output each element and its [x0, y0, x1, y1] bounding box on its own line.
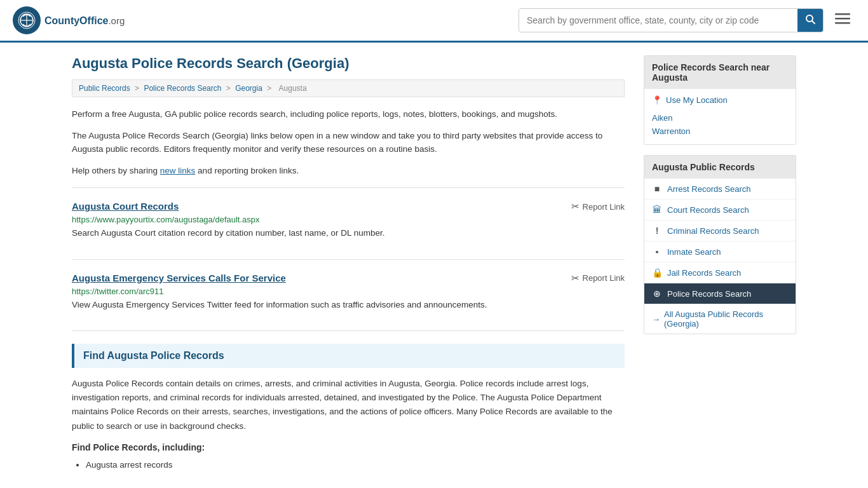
court-records-icon: 🏛 [652, 205, 662, 215]
main-container: Augusta Police Records Search (Georgia) … [53, 43, 815, 485]
record-entry-1: Augusta Emergency Services Calls For Ser… [72, 273, 625, 318]
criminal-records-icon: ! [652, 226, 662, 236]
sidebar-item-inmate-search[interactable]: ▪ Inmate Search [644, 241, 796, 262]
search-bar [519, 8, 824, 32]
report-link-icon-1: ✂ [571, 273, 580, 284]
sidebar-item-arrest-records[interactable]: ■ Arrest Records Search [644, 179, 796, 200]
breadcrumb-public-records[interactable]: Public Records [79, 84, 130, 93]
arrest-records-icon: ■ [652, 184, 662, 194]
report-link-button-0[interactable]: ✂ Report Link [571, 201, 625, 212]
location-pin-icon: 📍 [652, 95, 662, 105]
record-url-1: https://twitter.com/arc911 [72, 287, 625, 296]
svg-rect-8 [835, 22, 850, 24]
page-title: Augusta Police Records Search (Georgia) [72, 55, 625, 72]
logo-icon [13, 6, 41, 34]
record-url-0: https://www.payyourtix.com/augustaga/def… [72, 215, 625, 224]
header-right [519, 8, 855, 32]
sidebar-all-records-link[interactable]: → All Augusta Public Records (Georgia) [644, 304, 796, 334]
sidebar-nearby-header: Police Records Search near Augusta [644, 56, 796, 89]
sidebar-public-records-header: Augusta Public Records [644, 156, 796, 179]
intro-text-1: Perform a free Augusta, GA public police… [72, 107, 625, 121]
inmate-search-icon: ▪ [652, 247, 662, 257]
menu-button[interactable] [830, 10, 855, 31]
find-section-title: Find Augusta Police Records [83, 350, 224, 361]
use-my-location-button[interactable]: 📍 Use My Location [652, 95, 728, 105]
sidebar-nearby-section: Police Records Search near Augusta 📍 Use… [644, 55, 796, 145]
search-input[interactable] [519, 10, 797, 30]
arrow-right-icon: → [652, 315, 660, 324]
sidebar-item-criminal-records[interactable]: ! Criminal Records Search [644, 220, 796, 241]
sidebar: Police Records Search near Augusta 📍 Use… [644, 55, 796, 473]
sidebar-nearby-link-1[interactable]: Warrenton [652, 125, 788, 138]
logo-text: CountyOffice.org [44, 14, 125, 27]
record-desc-0: Search Augusta Court citation record by … [72, 227, 625, 240]
intro-text-3: Help others by sharing new links and rep… [72, 164, 625, 178]
new-links-link[interactable]: new links [160, 166, 196, 175]
police-records-icon: ⊕ [652, 288, 662, 299]
report-link-icon: ✂ [571, 201, 580, 212]
svg-line-5 [812, 21, 815, 24]
sidebar-nearby-body: 📍 Use My Location Aiken Warrenton [644, 89, 796, 144]
sidebar-item-police-records[interactable]: ⊕ Police Records Search [644, 283, 796, 304]
svg-rect-6 [835, 13, 850, 15]
list-item-0: Augusta arrest records [86, 458, 625, 473]
jail-records-icon: 🔒 [652, 268, 662, 278]
svg-rect-7 [835, 18, 850, 20]
search-button[interactable] [797, 9, 823, 32]
sidebar-item-court-records[interactable]: 🏛 Court Records Search [644, 200, 796, 220]
breadcrumb-police-records-search[interactable]: Police Records Search [144, 84, 221, 93]
find-records-title: Find Police Records, including: [72, 442, 625, 452]
find-paragraph: Augusta Police Records contain details o… [72, 377, 625, 433]
logo-area: CountyOffice.org [13, 6, 125, 34]
content-area: Augusta Police Records Search (Georgia) … [72, 55, 625, 473]
site-header: CountyOffice.org [0, 0, 868, 43]
breadcrumb-georgia[interactable]: Georgia [235, 84, 262, 93]
find-section-box: Find Augusta Police Records [72, 344, 625, 368]
record-title-1[interactable]: Augusta Emergency Services Calls For Ser… [72, 273, 286, 283]
record-desc-1: View Augusta Emergency Services Twitter … [72, 299, 625, 311]
report-link-button-1[interactable]: ✂ Report Link [571, 273, 625, 284]
sidebar-public-records-section: Augusta Public Records ■ Arrest Records … [644, 155, 796, 334]
breadcrumb-augusta: Augusta [279, 84, 307, 93]
record-entry-0: Augusta Court Records ✂ Report Link http… [72, 201, 625, 246]
sidebar-item-jail-records[interactable]: 🔒 Jail Records Search [644, 262, 796, 283]
breadcrumb: Public Records > Police Records Search >… [72, 79, 625, 97]
intro-text-2: The Augusta Police Records Search (Georg… [72, 129, 625, 156]
sidebar-nearby-link-0[interactable]: Aiken [652, 111, 788, 125]
record-title-0[interactable]: Augusta Court Records [72, 201, 179, 212]
bullet-list: Augusta arrest records [86, 458, 625, 473]
